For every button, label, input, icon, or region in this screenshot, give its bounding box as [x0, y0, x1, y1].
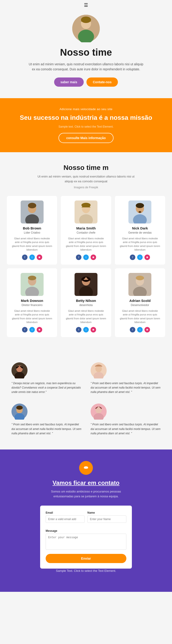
twitter-icon[interactable]: t [29, 254, 35, 260]
name-input[interactable] [87, 516, 126, 523]
learn-more-button[interactable]: saber mais [54, 78, 84, 87]
team-name-betty: Betty Nilson [65, 299, 106, 302]
email-group: Email [46, 511, 85, 523]
twitter-icon[interactable]: t [83, 254, 89, 260]
hero-buttons: saber mais Contate-nos [18, 78, 154, 87]
team-bio-nick: Glavi amet nitnol libero molestie ante u… [119, 236, 161, 252]
team-description: Ut enim ad minim veniam, quis nostrud ex… [33, 174, 139, 184]
hero-section: Nosso time Ut enim ad minim veniam, quis… [0, 10, 172, 98]
team-role-maria: Contador chefe [65, 231, 106, 234]
freepik-credit: Imagens de Freepik [7, 186, 165, 189]
team-title: Nosso time m [7, 164, 165, 172]
message-label: Message [46, 529, 126, 532]
team-photo-adrian [128, 273, 151, 296]
facebook-icon[interactable]: f [22, 254, 27, 260]
banner-title: Seu sucesso na indústria é a nossa missã… [18, 114, 154, 122]
team-bio-adrian: Glavi amet nitnol libero molestie ante u… [119, 309, 161, 324]
team-social-mark: f t ◉ [11, 327, 53, 332]
instagram-icon[interactable]: ◉ [145, 327, 150, 332]
testimonial-avatar-4 [90, 404, 107, 420]
team-social-adrian: f t ◉ [119, 327, 161, 332]
team-social-betty: f t ◉ [65, 327, 106, 332]
contact-icon [79, 461, 93, 475]
team-grid: Bob Brown Líder Criativo Glavi amet nitn… [7, 196, 165, 337]
team-social-bob: f t ◉ [11, 254, 53, 260]
team-photo-maria [75, 200, 97, 224]
facebook-icon[interactable]: f [76, 254, 82, 260]
svg-point-15 [136, 203, 144, 208]
team-role-betty: desenhista [65, 304, 106, 307]
facebook-icon[interactable]: f [130, 254, 135, 260]
testimonial-avatar-1 [11, 362, 27, 378]
svg-point-20 [28, 276, 36, 280]
testimonial-1: " Deseja iniciar um negócio, mas tem exp… [7, 358, 86, 399]
email-input[interactable] [46, 516, 85, 523]
svg-point-16 [139, 211, 141, 213]
contact-section: Vamos ficar em contato Somos um estúdio … [0, 450, 172, 592]
testimonial-2: " Proin sed libero enim sed faucibus tur… [86, 358, 165, 399]
team-name-bob: Bob Brown [11, 226, 53, 230]
instagram-icon[interactable]: ◉ [90, 327, 96, 332]
facebook-icon[interactable]: f [22, 327, 27, 332]
twitter-icon[interactable]: t [29, 327, 35, 332]
instagram-icon[interactable]: ◉ [37, 327, 42, 332]
banner-cta-button[interactable]: consulte Mais informação [59, 133, 113, 143]
team-bio-maria: Glavi amet nitnol libero molestie ante u… [65, 236, 106, 252]
name-label: Name [87, 511, 126, 514]
hero-avatar [72, 15, 100, 42]
testimonials-section: " Deseja iniciar um negócio, mas tem exp… [0, 348, 172, 450]
testimonial-avatar-2 [90, 362, 107, 378]
team-card-maria: Maria Smith Contador chefe Glavi amet ni… [61, 196, 111, 265]
team-photo-nick [128, 200, 151, 224]
svg-point-7 [28, 203, 36, 208]
testimonial-avatar-3 [11, 404, 27, 420]
instagram-icon[interactable]: ◉ [90, 254, 96, 260]
contact-description: Somos um estúdio ambicioso e procuramos … [47, 489, 125, 499]
team-role-nick: Gerente de vendas [119, 231, 161, 234]
hamburger-menu-icon[interactable]: ☰ [84, 2, 88, 8]
team-role-mark: Diretor financeiro [11, 304, 53, 307]
submit-button[interactable]: Enviar [46, 554, 126, 563]
team-role-bob: Líder Criativo [11, 231, 53, 234]
contact-title: Vamos ficar em contato [7, 480, 165, 486]
team-social-nick: f t ◉ [119, 254, 161, 260]
team-name-adrian: Adrian Scold [119, 299, 161, 302]
testimonial-text-2: " Proin sed libero enim sed faucibus tur… [90, 381, 161, 394]
twitter-icon[interactable]: t [137, 254, 143, 260]
contact-button[interactable]: Contate-nos [86, 78, 118, 87]
header: ☰ [0, 0, 172, 10]
facebook-icon[interactable]: f [130, 327, 135, 332]
hero-title: Nosso time [18, 47, 154, 58]
team-social-maria: f t ◉ [65, 254, 106, 260]
team-name-nick: Nick Dark [119, 226, 161, 230]
facebook-icon[interactable]: f [76, 327, 82, 332]
message-textarea[interactable] [46, 534, 126, 550]
email-label: Email [46, 511, 85, 514]
testimonial-text-1: " Deseja iniciar um negócio, mas tem exp… [11, 381, 82, 394]
name-group: Name [87, 511, 126, 523]
team-photo-betty [75, 273, 97, 296]
team-section: Nosso time m Ut enim ad minim veniam, qu… [0, 152, 172, 348]
testimonial-text-4: " Proin sed libero enim sed faucibus tur… [90, 422, 161, 436]
instagram-icon[interactable]: ◉ [145, 254, 150, 260]
banner-subtitle: Adicione mais velocidade ao seu site [18, 107, 154, 111]
team-role-adrian: Desenvolvedor [119, 304, 161, 307]
team-bio-bob: Glavi amet nitnol libero molestie ante u… [11, 236, 53, 252]
svg-point-29 [16, 365, 23, 372]
twitter-icon[interactable]: t [83, 327, 89, 332]
team-card-betty: Betty Nilson desenhista Glavi amet nitno… [61, 268, 111, 337]
instagram-icon[interactable]: ◉ [37, 254, 42, 260]
hero-description: Ut enim ad minim veniam, quis nostrud ex… [29, 62, 143, 72]
contact-form: Email Name Message Enviar [40, 506, 132, 568]
team-name-maria: Maria Smith [65, 226, 106, 230]
team-photo-mark [21, 273, 44, 296]
testimonial-3: " Proin sed libero enim sed faucibus tur… [7, 399, 86, 440]
team-card-bob: Bob Brown Líder Criativo Glavi amet nitn… [7, 196, 57, 265]
svg-point-27 [136, 276, 144, 280]
team-photo-bob [21, 200, 44, 224]
testimonial-4: " Proin sed libero enim sed faucibus tur… [86, 399, 165, 440]
contact-sample-text: Sample Text. Click to select the Text El… [47, 568, 125, 574]
svg-point-37 [16, 406, 23, 410]
banner-sample: Sample text. Click to select the Text El… [18, 125, 154, 128]
twitter-icon[interactable]: t [137, 327, 143, 332]
